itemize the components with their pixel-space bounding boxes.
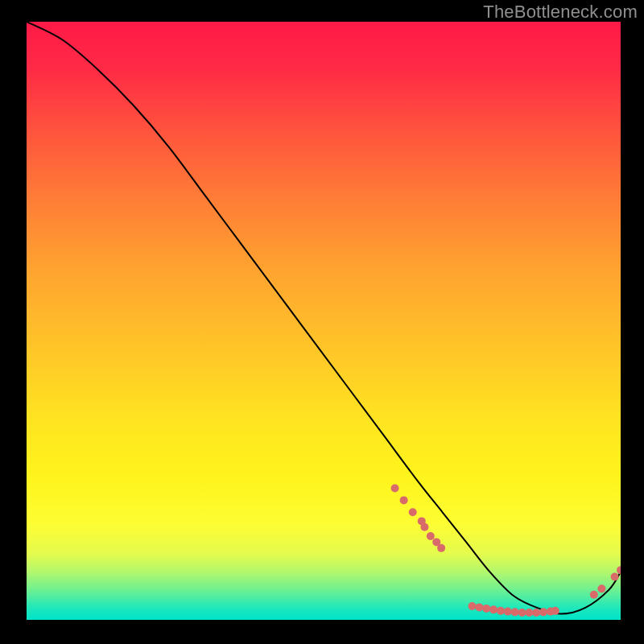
- data-dot: [590, 591, 598, 599]
- data-dot: [400, 496, 408, 504]
- data-dot: [611, 573, 619, 581]
- data-dot: [437, 544, 445, 552]
- data-dot: [518, 609, 526, 617]
- data-dot: [489, 605, 497, 613]
- data-dot: [427, 532, 435, 540]
- data-dot: [409, 508, 417, 516]
- plot-area: [27, 22, 621, 620]
- data-dot: [420, 523, 428, 531]
- data-dot: [551, 607, 559, 615]
- data-dot: [539, 608, 547, 616]
- watermark-text: TheBottleneck.com: [483, 2, 638, 23]
- data-dot: [597, 584, 605, 592]
- data-dot: [469, 602, 477, 610]
- data-dot: [475, 603, 483, 611]
- data-dot: [504, 608, 512, 616]
- data-dot: [511, 608, 519, 616]
- data-dot: [497, 607, 505, 615]
- data-dot: [482, 605, 490, 613]
- data-dots: [27, 22, 621, 620]
- data-dot: [532, 609, 540, 617]
- data-dot: [391, 485, 399, 493]
- data-dot: [525, 609, 533, 617]
- chart-container: TheBottleneck.com: [0, 0, 644, 644]
- data-dot: [617, 566, 621, 574]
